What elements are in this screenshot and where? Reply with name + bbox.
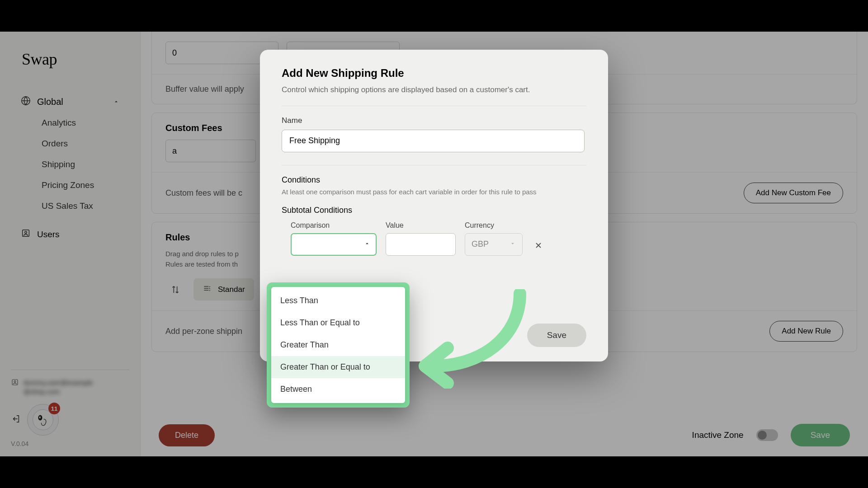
modal-title: Add New Shipping Rule bbox=[282, 67, 586, 80]
subtotal-conditions-title: Subtotal Conditions bbox=[282, 206, 586, 215]
chevron-up-icon bbox=[364, 240, 370, 249]
dropdown-option-between[interactable]: Between bbox=[271, 378, 405, 400]
rule-name-input[interactable] bbox=[282, 130, 585, 152]
currency-value: GBP bbox=[472, 239, 489, 249]
condition-row: Comparison Value Currency GBP bbox=[282, 221, 586, 256]
value-label: Value bbox=[386, 221, 456, 230]
currency-label: Currency bbox=[465, 221, 523, 230]
conditions-subtitle: At least one comparison must pass for ea… bbox=[282, 187, 571, 197]
modal-save-button[interactable]: Save bbox=[527, 324, 586, 347]
condition-value-input[interactable] bbox=[386, 233, 456, 256]
modal-divider-2 bbox=[282, 165, 586, 165]
comparison-select[interactable] bbox=[291, 233, 377, 256]
dropdown-option-less-than[interactable]: Less Than bbox=[271, 290, 405, 312]
remove-condition-button[interactable] bbox=[532, 239, 545, 252]
modal-description: Control which shipping options are displ… bbox=[282, 84, 562, 96]
dropdown-option-greater-than[interactable]: Greater Than bbox=[271, 334, 405, 356]
dropdown-highlight: Less Than Less Than or Equal to Greater … bbox=[267, 282, 410, 408]
dropdown-option-lte[interactable]: Less Than or Equal to bbox=[271, 312, 405, 334]
conditions-title: Conditions bbox=[282, 175, 586, 185]
name-label: Name bbox=[282, 116, 586, 125]
dropdown-option-gte[interactable]: Greater Than or Equal to bbox=[271, 356, 405, 378]
letterbox-bottom bbox=[0, 456, 868, 488]
letterbox-top bbox=[0, 0, 868, 32]
currency-select[interactable]: GBP bbox=[465, 233, 523, 256]
comparison-label: Comparison bbox=[291, 221, 377, 230]
modal-divider-1 bbox=[282, 106, 586, 106]
comparison-dropdown: Less Than Less Than or Equal to Greater … bbox=[271, 287, 405, 403]
chevron-down-icon bbox=[509, 239, 516, 249]
